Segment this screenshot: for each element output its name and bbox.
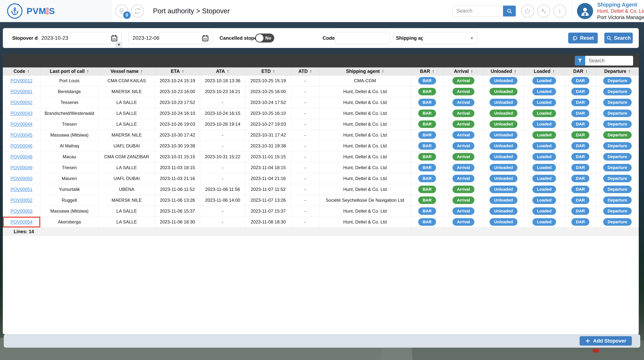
stopover-code-link[interactable]: POV00050 (10, 176, 32, 181)
info-button[interactable] (553, 5, 566, 18)
stopover-code-link[interactable]: POV00045 (10, 132, 32, 138)
bar-status-button[interactable]: BAR (418, 77, 436, 85)
bar-status-button[interactable]: BAR (418, 88, 436, 95)
loaded-status-button[interactable]: Loaded (532, 196, 556, 204)
unloaded-status-button[interactable]: Unloaded (490, 164, 517, 171)
departure-status-button[interactable]: Departure (603, 99, 632, 106)
avatar[interactable] (577, 3, 593, 19)
unloaded-status-button[interactable]: Unloaded (490, 99, 517, 106)
cancelled-stopover-toggle[interactable]: No (255, 34, 274, 43)
column-header-bar[interactable]: BAR↑ (411, 68, 444, 75)
dar-status-button[interactable]: DAR (571, 153, 589, 161)
unloaded-status-button[interactable]: Unloaded (490, 153, 517, 161)
loaded-status-button[interactable]: Loaded (532, 142, 556, 150)
dar-status-button[interactable]: DAR (571, 186, 589, 193)
arrival-status-button[interactable]: Arrival (452, 207, 474, 215)
arrival-status-button[interactable]: Arrival (452, 88, 474, 95)
user-info[interactable]: Shipping Agent Hunt, Deltel & Co. Ltd Po… (597, 2, 644, 21)
stopover-code-link[interactable]: POV00041 (10, 89, 32, 94)
dar-status-button[interactable]: DAR (571, 131, 589, 139)
stopover-code-link[interactable]: POV00048 (10, 154, 32, 159)
departure-status-button[interactable]: Departure (603, 120, 632, 128)
stopover-code-link[interactable]: POV00053 (10, 208, 32, 214)
departure-status-button[interactable]: Departure (603, 186, 632, 193)
arrival-status-button[interactable]: Arrival (452, 77, 474, 85)
dar-status-button[interactable]: DAR (571, 99, 589, 106)
global-search-input[interactable] (452, 6, 503, 17)
stopover-code-link[interactable]: POV00042 (10, 100, 32, 105)
column-header-etd[interactable]: ETD↑ (245, 68, 291, 75)
bar-status-button[interactable]: BAR (418, 110, 436, 117)
arrival-status-button[interactable]: Arrival (452, 196, 474, 204)
settings-button[interactable] (537, 5, 550, 18)
departure-status-button[interactable]: Departure (603, 110, 632, 117)
arrival-status-button[interactable]: Arrival (452, 99, 474, 106)
loaded-status-button[interactable]: Loaded (532, 207, 556, 215)
loaded-status-button[interactable]: Loaded (532, 99, 556, 106)
bar-status-button[interactable]: BAR (418, 142, 436, 150)
arrival-status-button[interactable]: Arrival (452, 164, 474, 171)
date-from-field[interactable]: 2023-10-23 * (38, 32, 122, 44)
logout-button[interactable] (521, 5, 534, 18)
loaded-status-button[interactable]: Loaded (532, 164, 556, 171)
arrival-status-button[interactable]: Arrival (452, 186, 474, 193)
column-header-shipping-agent[interactable]: Shipping agent↑ (319, 68, 411, 75)
bar-status-button[interactable]: BAR (418, 131, 436, 139)
calendar-icon[interactable] (111, 35, 118, 42)
logo[interactable]: PVMIS (0, 0, 112, 22)
unloaded-status-button[interactable]: Unloaded (490, 207, 517, 215)
bar-status-button[interactable]: BAR (418, 153, 436, 161)
bar-status-button[interactable]: BAR (418, 186, 436, 193)
arrival-status-button[interactable]: Arrival (452, 142, 474, 150)
date-to-field[interactable]: 2023-12-06 (128, 32, 213, 44)
unloaded-status-button[interactable]: Unloaded (490, 186, 517, 193)
stopover-code-link[interactable]: POV00052 (10, 198, 32, 203)
dar-status-button[interactable]: DAR (571, 110, 589, 117)
unloaded-status-button[interactable]: Unloaded (490, 77, 517, 85)
global-search-button[interactable] (503, 6, 516, 17)
calendar-icon[interactable] (202, 35, 209, 42)
bar-status-button[interactable]: BAR (418, 175, 436, 182)
unloaded-status-button[interactable]: Unloaded (490, 131, 517, 139)
column-header-atd[interactable]: ATD↑ (291, 68, 319, 75)
arrival-status-button[interactable]: Arrival (452, 175, 474, 182)
column-header-code[interactable]: Code↑ (3, 68, 40, 75)
departure-status-button[interactable]: Departure (603, 88, 632, 95)
stopover-code-link[interactable]: POV00043 (10, 111, 32, 116)
departure-status-button[interactable]: Departure (603, 142, 632, 150)
dar-status-button[interactable]: DAR (571, 207, 589, 215)
filter-search-button[interactable]: Search (604, 33, 633, 44)
unloaded-status-button[interactable]: Unloaded (490, 196, 517, 204)
unloaded-status-button[interactable]: Unloaded (490, 142, 517, 150)
arrival-status-button[interactable]: Arrival (452, 218, 474, 226)
departure-status-button[interactable]: Departure (603, 218, 632, 226)
dar-status-button[interactable]: DAR (571, 77, 589, 85)
dar-status-button[interactable]: DAR (571, 218, 589, 226)
column-header-departure[interactable]: Departure↑ (596, 68, 639, 75)
documents-button[interactable]: 0 (115, 5, 128, 18)
add-stopover-button[interactable]: Add Stopover (580, 336, 632, 345)
bar-status-button[interactable]: BAR (418, 207, 436, 215)
shipping-agent-select[interactable]: ▾ (423, 32, 477, 44)
dar-status-button[interactable]: DAR (571, 164, 589, 171)
unloaded-status-button[interactable]: Unloaded (490, 175, 517, 182)
column-header-last-port-of-call[interactable]: Last port of call↑ (40, 68, 98, 75)
stopover-code-link[interactable]: POV00054 (10, 219, 32, 225)
departure-status-button[interactable]: Departure (603, 131, 632, 139)
column-header-loaded[interactable]: Loaded↑ (524, 68, 565, 75)
dar-status-button[interactable]: DAR (571, 142, 589, 150)
stopover-code-link[interactable]: POV00051 (10, 187, 32, 192)
column-header-eta[interactable]: ETA↑ (155, 68, 200, 75)
bar-status-button[interactable]: BAR (418, 120, 436, 128)
departure-status-button[interactable]: Departure (603, 175, 632, 182)
unloaded-status-button[interactable]: Unloaded (490, 120, 517, 128)
stopover-code-link[interactable]: POV00044 (10, 122, 32, 127)
stopover-code-link[interactable]: POV00012 (10, 78, 32, 83)
column-header-unloaded[interactable]: Unloaded↑ (483, 68, 524, 75)
dar-status-button[interactable]: DAR (571, 175, 589, 182)
stopover-code-link[interactable]: POV00046 (10, 143, 32, 149)
dar-status-button[interactable]: DAR (571, 196, 589, 204)
code-input[interactable] (335, 32, 390, 44)
dar-status-button[interactable]: DAR (571, 88, 589, 95)
departure-status-button[interactable]: Departure (603, 77, 632, 85)
